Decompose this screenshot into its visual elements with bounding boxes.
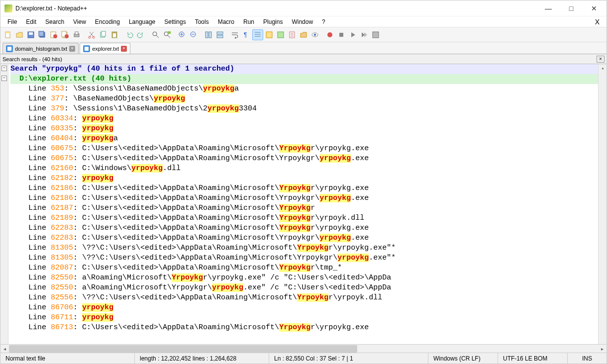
- menu-window[interactable]: Window: [288, 17, 317, 26]
- close-button[interactable]: ✕: [583, 1, 606, 16]
- scroll-right-icon[interactable]: ▸: [598, 345, 607, 353]
- fold-gutter: − −: [0, 64, 8, 344]
- user-lang-icon[interactable]: [264, 29, 275, 40]
- open-file-icon[interactable]: [14, 29, 25, 40]
- tab-close-icon[interactable]: ×: [121, 46, 127, 52]
- print-icon[interactable]: [71, 29, 82, 40]
- result-line[interactable]: Line 60675: C:\Users\<edited>\AppData\Ro…: [10, 154, 607, 164]
- sync-vscroll-icon[interactable]: [203, 29, 214, 40]
- play-multi-icon[interactable]: [359, 29, 370, 40]
- paste-icon[interactable]: [109, 29, 120, 40]
- file-summary-line[interactable]: D:\explorer.txt (40 hits): [10, 74, 607, 84]
- menu-tools[interactable]: Tools: [191, 17, 213, 26]
- replace-icon[interactable]: [162, 29, 173, 40]
- menu-edit[interactable]: Edit: [22, 17, 40, 26]
- toolbar: ¶: [0, 27, 607, 42]
- menu-file[interactable]: File: [3, 17, 21, 26]
- horizontal-scrollbar[interactable]: ◂ ▸: [0, 344, 607, 353]
- scroll-up-icon[interactable]: ▴: [599, 64, 607, 73]
- play-macro-icon[interactable]: [347, 29, 358, 40]
- menu-encoding[interactable]: Encoding: [91, 17, 124, 26]
- result-line[interactable]: Line 62186: C:\Users\<edited>\AppData\Ro…: [10, 193, 607, 203]
- result-line[interactable]: Line 82550: a\Roaming\Microsoft\Yrpoykgr…: [10, 283, 607, 293]
- menu-view[interactable]: View: [69, 17, 90, 26]
- indent-guide-icon[interactable]: [252, 29, 263, 40]
- result-line[interactable]: Line 62187: C:\Users\<edited>\AppData\Ro…: [10, 203, 607, 213]
- close-file-icon[interactable]: [48, 29, 59, 40]
- result-line[interactable]: Line 82556: \??\C:\Users\<edited>\AppDat…: [10, 293, 607, 303]
- find-icon[interactable]: [150, 29, 161, 40]
- result-line[interactable]: Line 82087: C:\Users\<edited>\AppData\Ro…: [10, 263, 607, 273]
- save-macro-icon[interactable]: [370, 29, 381, 40]
- result-line[interactable]: Line 353: \Sessions\1\BaseNamedObjects\y…: [10, 84, 607, 94]
- menu-language[interactable]: Language: [125, 17, 159, 26]
- fold-toggle-icon[interactable]: −: [1, 66, 7, 71]
- save-icon[interactable]: [25, 29, 36, 40]
- window-controls: — □ ✕: [537, 1, 606, 16]
- menu-close-x[interactable]: X: [591, 18, 604, 26]
- menu-run[interactable]: Run: [239, 17, 258, 26]
- undo-icon[interactable]: [124, 29, 135, 40]
- vertical-scrollbar[interactable]: ▴: [598, 64, 607, 344]
- status-insert-mode[interactable]: INS: [568, 353, 607, 364]
- doc-list-icon[interactable]: [287, 29, 298, 40]
- record-macro-icon[interactable]: [324, 29, 335, 40]
- result-line[interactable]: Line 62283: C:\Users\<edited>\AppData\Ro…: [10, 233, 607, 243]
- svg-point-34: [327, 32, 332, 37]
- menu-help[interactable]: ?: [318, 17, 329, 26]
- result-line[interactable]: Line 60334: yrpoykg: [10, 114, 607, 124]
- maximize-button[interactable]: □: [560, 1, 583, 16]
- zoom-out-icon[interactable]: [188, 29, 199, 40]
- result-line[interactable]: Line 62160: C:\Windows\yrpoykg.dll: [10, 164, 607, 174]
- status-encoding[interactable]: UTF-16 LE BOM: [498, 353, 568, 364]
- doc-map-icon[interactable]: [275, 29, 286, 40]
- menu-macro[interactable]: Macro: [214, 17, 238, 26]
- result-line[interactable]: Line 62189: C:\Users\<edited>\AppData\Ro…: [10, 213, 607, 223]
- copy-icon[interactable]: [98, 29, 108, 40]
- fold-toggle-icon[interactable]: −: [1, 76, 7, 81]
- tab-explorer[interactable]: explorer.txt ×: [80, 43, 130, 54]
- scrollbar-track[interactable]: [9, 345, 598, 353]
- result-line[interactable]: Line 379: \Sessions\1\BaseNamedObjects\2…: [10, 104, 607, 114]
- result-line[interactable]: Line 377: \BaseNamedObjects\yrpoykg: [10, 94, 607, 104]
- svg-rect-12: [75, 32, 78, 34]
- save-all-icon[interactable]: [37, 29, 48, 40]
- result-line[interactable]: Line 86711: yrpoykg: [10, 313, 607, 323]
- search-summary-line[interactable]: Search "yrpoykg" (40 hits in 1 file of 1…: [10, 64, 607, 74]
- status-filetype: Normal text file: [0, 353, 135, 364]
- result-line[interactable]: Line 86713: C:\Users\<edited>\AppData\Ro…: [10, 323, 607, 333]
- monitor-icon[interactable]: [309, 29, 320, 40]
- result-line[interactable]: Line 81305: \??\C:\Users\<edited>\AppDat…: [10, 253, 607, 263]
- redo-icon[interactable]: [135, 29, 146, 40]
- wordwrap-icon[interactable]: [229, 29, 240, 40]
- sync-hscroll-icon[interactable]: [214, 29, 225, 40]
- result-line[interactable]: Line 86706: yrpoykg: [10, 303, 607, 313]
- result-line[interactable]: Line 62186: C:\Users\<edited>\AppData\Ro…: [10, 183, 607, 193]
- scrollbar-thumb[interactable]: [9, 345, 357, 353]
- cut-icon[interactable]: [86, 29, 97, 40]
- tab-close-icon[interactable]: ×: [69, 46, 75, 52]
- stop-macro-icon[interactable]: [336, 29, 347, 40]
- result-line[interactable]: Line 62283: C:\Users\<edited>\AppData\Ro…: [10, 223, 607, 233]
- search-results-pane[interactable]: − − ▴ Search "yrpoykg" (40 hits in 1 fil…: [0, 64, 607, 344]
- tab-domain-histogram[interactable]: domain_histogram.txt ×: [2, 43, 79, 54]
- menu-settings[interactable]: Settings: [160, 17, 190, 26]
- zoom-in-icon[interactable]: [177, 29, 188, 40]
- result-line[interactable]: Line 81305: \??\C:\Users\<edited>\AppDat…: [10, 243, 607, 253]
- minimize-button[interactable]: —: [537, 1, 560, 16]
- panel-close-icon[interactable]: ×: [597, 56, 605, 63]
- new-file-icon[interactable]: [2, 29, 13, 40]
- scroll-left-icon[interactable]: ◂: [0, 345, 9, 353]
- result-line[interactable]: Line 60404: yrpoykga: [10, 134, 607, 144]
- result-line[interactable]: Line 82550: a\Roaming\Microsoft\Yrpoykgr…: [10, 273, 607, 283]
- close-all-icon[interactable]: [60, 29, 71, 40]
- menu-search[interactable]: Search: [41, 17, 68, 26]
- folder-icon[interactable]: [298, 29, 309, 40]
- status-eol[interactable]: Windows (CR LF): [428, 353, 498, 364]
- result-line[interactable]: Line 60675: C:\Users\<edited>\AppData\Ro…: [10, 144, 607, 154]
- file-icon: [83, 45, 90, 52]
- result-line[interactable]: Line 62182: yrpoykg: [10, 174, 607, 183]
- show-all-chars-icon[interactable]: ¶: [241, 29, 252, 40]
- menu-plugins[interactable]: Plugins: [259, 17, 287, 26]
- result-line[interactable]: Line 60335: yrpoykg: [10, 124, 607, 134]
